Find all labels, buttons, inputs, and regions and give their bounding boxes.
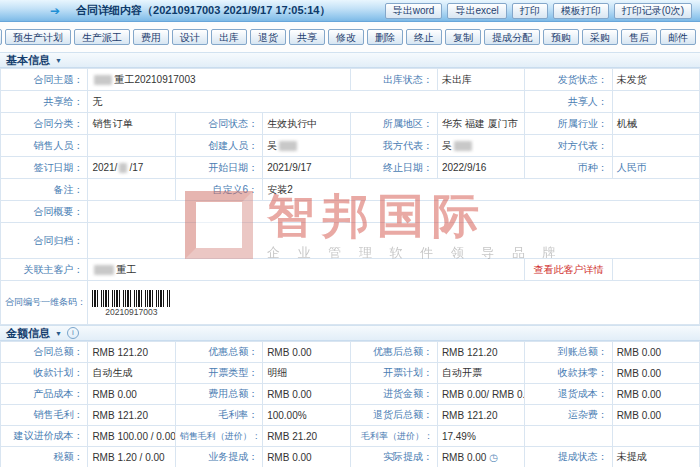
basic-field-label-text: 合同主题： [33,74,83,85]
toolbar-button-purchase[interactable]: 采购 [582,29,618,45]
basic-field-label: 所属地区： [350,113,437,135]
section-header-amount[interactable]: 金额信息 ▼ i [0,325,700,341]
basic-field-label: 创建人员： [175,135,262,157]
redacted-text [94,75,112,85]
basic-field-value-text: 生效执行中 [267,118,317,129]
amount-field-value-text: RMB 1.20 / 0.00 [92,452,164,463]
amount-field-label: 费用总额： [175,384,262,405]
export-button-print-record[interactable]: 打印记录(0次) [614,3,692,19]
amount-field-value: RMB 121.20 [437,342,524,363]
basic-field-value [88,135,175,157]
amount-field-value: RMB 0.00 [612,405,699,426]
amount-field-label-text: 退货成本： [558,388,608,399]
amount-field-value-text: RMB 121.20 [442,410,498,421]
export-toolbar: 导出word导出excel打印模板打印打印记录(0次) [385,3,694,19]
amount-field-value: RMB 0.00 [263,342,350,363]
basic-field-label: 出库状态： [350,69,437,91]
toolbar-button-commission-allocate[interactable]: 提成分配 [484,29,540,45]
amount-field-value: RMB 0.00/ RMB 0.00 [437,384,524,405]
chevron-down-icon[interactable]: ▼ [55,57,62,64]
amount-field-value: RMB 0.00 [612,363,699,384]
amount-field-value: 17.49% [437,426,524,447]
amount-field-label-text: 收款计划： [33,367,83,378]
amount-field-value: RMB 0.00◷ [437,447,524,467]
toolbar-button-modify[interactable]: 修改 [328,29,364,45]
toolbar-button-production-dispatch[interactable]: 生产派工 [74,29,130,45]
amount-field-value-text: 100.00% [267,410,306,421]
basic-field-label: 备注： [1,179,88,201]
amount-field-value-text: RMB 0.00 [267,389,311,400]
info-icon[interactable]: i [67,327,79,339]
basic-field-value-text: 无 [92,96,102,107]
toolbar-button-design[interactable]: 设计 [172,29,208,45]
basic-field-label-text: 合同分类： [33,118,83,129]
basic-field-label: 合同分类： [1,113,88,135]
amount-field-value-text: 17.49% [442,431,476,442]
amount-field-value: RMB 100.00 / 0.00 [88,426,175,447]
amount-field-label-text: 进货金额： [383,388,433,399]
basic-field-label: 我方代表： [350,135,437,157]
amount-field-value: RMB 0.00 [263,447,350,467]
toolbar-button-negotiation-progress[interactable]: 洽谈进展 [0,29,2,45]
amount-field-value-text: RMB 121.20 [442,347,498,358]
basic-field-label-text: 共享给： [43,96,83,107]
toolbar-button-expense[interactable]: 费用 [133,29,169,45]
amount-field-label: 退货成本： [525,384,612,405]
clock-icon[interactable]: ◷ [489,452,498,463]
toolbar-button-mail[interactable]: 邮件 [660,29,696,45]
redacted-text [279,141,297,151]
amount-field-label-text: 销售毛利（进价）： [180,431,261,441]
amount-field-label: 销售毛利（进价）： [175,426,262,447]
basic-field-label: 关联主客户： [1,259,88,281]
amount-field-label [525,426,612,447]
amount-field-value-text: 自动生成 [92,367,132,378]
amount-field-value: 100.00% [263,405,350,426]
export-button-export-excel[interactable]: 导出excel [447,3,506,19]
basic-field-label-text: 关联主客户： [23,264,83,275]
amount-field-label: 业务提成： [175,447,262,467]
section-header-basic[interactable]: 基本信息 ▼ [0,52,700,68]
amount-field-label: 实际提成： [350,447,437,467]
amount-field-value-text: 未提成 [617,451,647,462]
basic-field-label: 共享给： [1,91,88,113]
export-button-template-print[interactable]: 模板打印 [553,3,609,19]
section-title-amount: 金额信息 [6,326,50,341]
basic-field-label-text: 对方代表： [558,140,608,151]
amount-field-value-text: 自动开票 [442,367,482,378]
basic-field-label-text: 币种： [578,162,608,173]
toolbar-button-share[interactable]: 共享 [289,29,325,45]
barcode-image [92,290,170,307]
toolbar-button-pre-production-plan[interactable]: 预生产计划 [5,29,71,45]
view-customer-detail-link[interactable]: 查看此客户详情 [525,259,612,281]
basic-field-value [612,135,699,157]
amount-field-label: 建议进价成本： [1,426,88,447]
toolbar-button-terminate[interactable]: 终止 [406,29,442,45]
basic-field-label-text: 所属行业： [558,118,608,129]
toolbar-button-return-goods[interactable]: 退货 [250,29,286,45]
toolbar-button-pre-purchase[interactable]: 预购 [543,29,579,45]
basic-field-value-text: 安装2 [267,184,293,195]
export-button-print[interactable]: 打印 [512,3,548,19]
basic-field-label: 合同概要： [1,201,88,223]
basic-field-value-text: 未出库 [442,74,472,85]
basic-field-value: 机械 [612,113,699,135]
toolbar-button-after-sales[interactable]: 售后 [621,29,657,45]
basic-field-value-text: 销售订单 [92,118,132,129]
amount-field-value-text: RMB 100.00 / 0.00 [92,431,175,442]
toolbar-button-outbound[interactable]: 出库 [211,29,247,45]
amount-field-value-text: RMB 0.00 [617,347,661,358]
amount-info-table: 合同总额：RMB 121.20优惠总额：RMB 0.00优惠后总额：RMB 12… [0,341,700,467]
redacted-text [94,265,114,275]
basic-field-label: 合同状态： [175,113,262,135]
export-button-export-word[interactable]: 导出word [385,3,443,19]
basic-field-label-text: 我方代表： [383,140,433,151]
amount-field-value: RMB 21.20 [263,426,350,447]
amount-field-label-text: 合同总额： [33,346,83,357]
basic-field-value-text: 2022/9/16 [442,162,487,173]
basic-field-label: 合同主题： [1,69,88,91]
toolbar-button-delete[interactable]: 删除 [367,29,403,45]
toolbar-button-copy[interactable]: 复制 [445,29,481,45]
chevron-down-icon[interactable]: ▼ [55,330,62,337]
amount-field-value: RMB 121.20 [88,405,175,426]
basic-field-label: 销售人员： [1,135,88,157]
